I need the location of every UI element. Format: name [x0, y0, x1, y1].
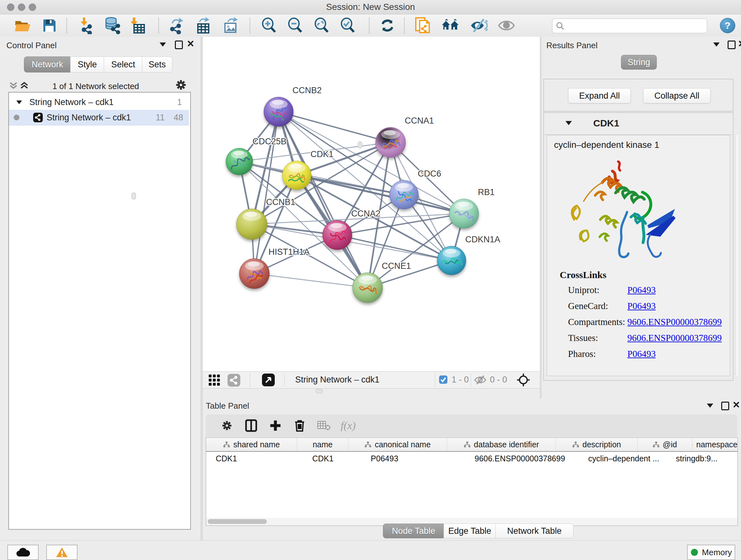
search-input[interactable] — [568, 21, 707, 31]
title-bar: Session: New Session — [0, 0, 741, 14]
network-collection-row[interactable]: String Network – cdk1 1 — [9, 95, 189, 110]
birdseye-toggle-icon[interactable] — [262, 374, 275, 386]
network-view-title: String Network – cdk1 — [295, 375, 380, 385]
export-table-icon[interactable] — [194, 17, 212, 34]
cloud-button[interactable] — [7, 545, 39, 560]
show-columns-icon[interactable] — [239, 416, 263, 435]
expand-all-button[interactable]: Expand All — [568, 88, 631, 104]
cell-shared-name[interactable]: CDK1 — [206, 452, 302, 465]
fit-selected-crosshair-icon[interactable] — [516, 373, 530, 387]
column-header[interactable]: namespace — [692, 438, 738, 451]
memory-button[interactable]: Memory — [687, 545, 735, 560]
eye-disabled-icon — [497, 17, 515, 34]
splitter-handle[interactable] — [358, 141, 362, 148]
splitter-handle[interactable] — [316, 389, 323, 393]
vertical-splitter[interactable] — [540, 37, 542, 398]
import-network-from-database-icon[interactable] — [104, 17, 121, 34]
crosslinks-title: CrossLinks — [560, 269, 606, 280]
crosslink-link[interactable]: P06493 — [627, 285, 656, 295]
save-session-icon[interactable] — [41, 17, 58, 34]
cell-description[interactable]: cyclin–dependent ... — [579, 452, 666, 465]
column-header[interactable]: canonical name — [348, 438, 447, 451]
close-panel-icon[interactable]: ✕ — [738, 40, 741, 48]
import-table-from-file-icon[interactable] — [129, 17, 146, 34]
open-session-icon[interactable] — [14, 17, 32, 34]
column-header[interactable]: @id — [637, 438, 692, 451]
network-row-selected[interactable]: String Network – cdk1 11 48 — [9, 110, 189, 125]
crosslink-link[interactable]: 9606.ENSP00000378699 — [627, 317, 722, 327]
table-row[interactable]: CDK1 CDK1 P06493 9606.ENSP00000378699 cy… — [206, 452, 738, 465]
scrollbar-thumb[interactable] — [208, 519, 267, 524]
fit-content-icon[interactable] — [313, 17, 331, 34]
cell-name[interactable]: CDK1 — [302, 452, 361, 465]
panel-menu-icon[interactable] — [707, 403, 713, 408]
export-network-icon[interactable] — [167, 17, 185, 34]
splitter-handle[interactable] — [131, 192, 136, 199]
gear-icon[interactable] — [175, 79, 187, 91]
crosslink-link[interactable]: P06493 — [627, 301, 656, 311]
zoom-in-icon[interactable] — [260, 17, 278, 34]
grid-view-icon[interactable] — [208, 374, 221, 386]
table-toolbar: f(x) — [206, 415, 737, 437]
tab-style[interactable]: Style — [70, 57, 105, 72]
crosslink-link[interactable]: P06493 — [627, 349, 656, 359]
gear-icon[interactable] — [215, 416, 239, 435]
close-panel-icon[interactable]: ✕ — [187, 40, 194, 48]
control-panel-title: Control Panel — [6, 41, 57, 51]
collapse-all-button[interactable]: Collapse All — [643, 88, 711, 104]
gene-section: CDK1 cyclin–dependent kinase 1 — [543, 112, 733, 381]
tab-edge-table[interactable]: Edge Table — [444, 523, 496, 538]
cell-database-identifier[interactable]: 9606.ENSP00000378699 — [465, 452, 579, 465]
close-panel-icon[interactable]: ✕ — [732, 401, 740, 409]
gene-section-header[interactable]: CDK1 — [544, 113, 733, 135]
network-view-canvas[interactable]: CCNB2CCNA1CDC25BCDK1CDC6RB1CCNB1CCNA2CDK… — [202, 37, 540, 371]
cell-namespace[interactable]: stringdb — [728, 452, 738, 465]
expand-all-icon[interactable] — [20, 81, 29, 90]
crosslink-link[interactable]: 9606.ENSP00000378699 — [627, 333, 722, 343]
selected-checkbox-icon[interactable] — [439, 375, 448, 384]
tab-select[interactable]: Select — [104, 57, 143, 72]
panel-menu-icon[interactable] — [713, 43, 720, 47]
toolbar-separator — [158, 17, 159, 34]
network-name: String Network – cdk1 — [47, 113, 131, 123]
delete-column-icon[interactable] — [287, 416, 312, 435]
tab-network-table[interactable]: Network Table — [495, 523, 574, 538]
collapse-all-icon[interactable] — [9, 81, 18, 90]
vertical-splitter[interactable] — [201, 37, 203, 540]
export-image-icon[interactable] — [221, 17, 239, 34]
import-network-from-file-icon[interactable] — [77, 17, 94, 34]
add-column-icon[interactable] — [263, 416, 287, 435]
cell-canonical-name[interactable]: P06493 — [361, 452, 465, 465]
refresh-view-icon[interactable] — [379, 17, 396, 34]
float-panel-icon[interactable] — [728, 41, 736, 49]
collapse-gene-icon[interactable] — [565, 121, 572, 125]
clone-network-icon[interactable] — [414, 17, 432, 34]
column-header[interactable]: database identifier — [447, 438, 556, 451]
toolbar-separator — [404, 17, 405, 34]
string-home-icon[interactable] — [441, 17, 459, 34]
tab-sets[interactable]: Sets — [142, 57, 172, 72]
cell-id[interactable]: stringdb:9... — [666, 452, 728, 465]
zoom-out-icon[interactable] — [286, 17, 304, 34]
help-button[interactable]: ? — [720, 18, 735, 33]
search-box[interactable] — [552, 18, 707, 33]
column-header[interactable]: shared name — [206, 438, 297, 451]
float-panel-icon[interactable] — [721, 401, 729, 410]
tab-network[interactable]: Network — [24, 57, 71, 72]
node-table[interactable]: shared name name canonical name database… — [206, 437, 738, 518]
tab-node-table[interactable]: Node Table — [383, 523, 444, 538]
column-header[interactable]: description — [556, 438, 637, 451]
warning-button[interactable] — [46, 545, 77, 560]
zoom-selected-icon[interactable] — [339, 17, 357, 34]
panel-menu-icon[interactable] — [159, 43, 166, 47]
tab-string[interactable]: String — [621, 55, 657, 70]
svg-text:CCNE1: CCNE1 — [382, 261, 411, 271]
tree-expander-icon[interactable] — [16, 100, 22, 104]
hidden-eye-icon[interactable] — [474, 375, 487, 385]
network-node-CDC25B — [226, 148, 253, 175]
column-header[interactable]: name — [297, 438, 348, 451]
toggle-enhanced-labels-icon[interactable] — [470, 17, 488, 34]
results-scrollbar[interactable] — [735, 135, 738, 375]
string-view-icon[interactable] — [227, 374, 240, 387]
float-panel-icon[interactable] — [175, 41, 183, 49]
